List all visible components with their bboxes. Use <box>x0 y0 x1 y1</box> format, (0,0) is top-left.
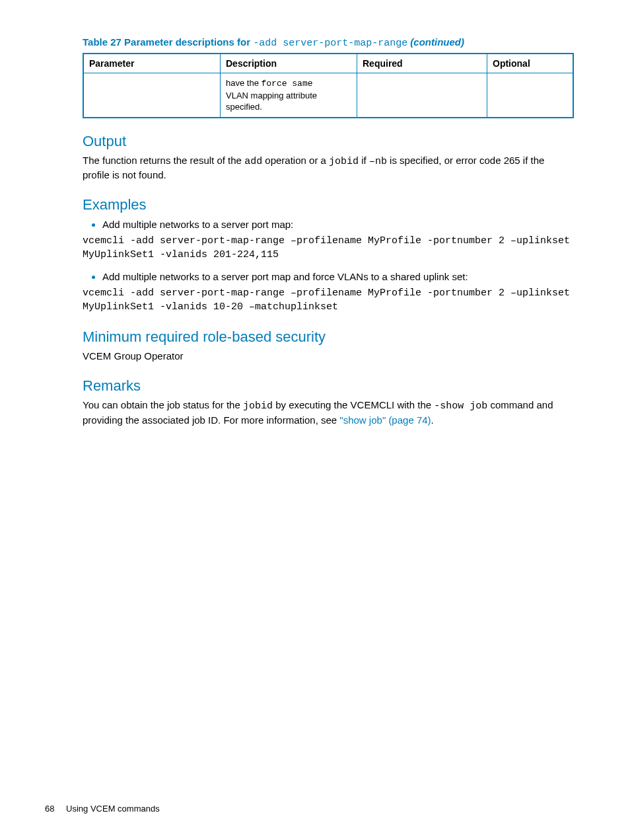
caption-prefix: Table 27 Parameter descriptions for <box>83 36 253 48</box>
example2-code: vcemcli -add server-port-map-range –prof… <box>83 286 574 314</box>
out-pre: The function returns the result of the <box>83 155 244 166</box>
remarks-paragraph: You can obtain the job status for the jo… <box>83 399 574 427</box>
page-footer: 68 Using VCEM commands <box>45 804 160 814</box>
rem-post: . <box>431 414 434 426</box>
cell-optional <box>487 73 574 118</box>
th-required: Required <box>357 54 487 73</box>
cell-parameter <box>83 73 221 118</box>
desc-post1: VLAN mapping attribute <box>226 91 317 100</box>
caption-mono: -add server-port-map-range <box>253 38 407 49</box>
desc-pre: have the <box>226 78 262 88</box>
page-number: 68 <box>45 804 54 814</box>
heading-examples: Examples <box>83 196 574 213</box>
table-row: have the force same VLAN mapping attribu… <box>83 73 573 118</box>
list-item: Add multiple networks to a server port m… <box>102 271 574 314</box>
example2-text: Add multiple networks to a server port m… <box>102 271 468 282</box>
show-job-link[interactable]: "show job" (page 74) <box>339 414 431 426</box>
th-optional: Optional <box>487 54 574 73</box>
rem-mid1: by executing the VCEMCLI with the <box>273 399 434 410</box>
table-caption: Table 27 Parameter descriptions for -add… <box>83 36 574 49</box>
minrole-text: VCEM Group Operator <box>83 350 574 363</box>
desc-mono: force same <box>262 79 313 89</box>
example1-text: Add multiple networks to a server port m… <box>102 219 293 230</box>
table-header-row: Parameter Description Required Optional <box>83 54 573 73</box>
desc-post2: specified. <box>226 102 262 112</box>
out-m2: jobid <box>329 156 359 167</box>
list-item: Add multiple networks to a server port m… <box>102 219 574 262</box>
out-mid1: operation or a <box>262 155 329 166</box>
cell-required <box>357 73 487 118</box>
caption-suffix: (continued) <box>407 36 464 48</box>
output-paragraph: The function returns the result of the a… <box>83 154 574 182</box>
out-m1: add <box>244 156 262 167</box>
th-description: Description <box>221 54 357 73</box>
th-parameter: Parameter <box>83 54 221 73</box>
heading-minrole: Minimum required role-based security <box>83 328 574 346</box>
heading-output: Output <box>83 133 574 150</box>
example1-code: vcemcli -add server-port-map-range –prof… <box>83 234 574 262</box>
out-mid2: if <box>359 155 369 166</box>
parameter-table: Parameter Description Required Optional … <box>83 53 574 118</box>
cell-description: have the force same VLAN mapping attribu… <box>221 73 357 118</box>
heading-remarks: Remarks <box>83 377 574 395</box>
footer-title: Using VCEM commands <box>66 804 160 814</box>
examples-list: Add multiple networks to a server port m… <box>83 219 574 314</box>
rem-pre: You can obtain the job status for the <box>83 399 243 410</box>
rem-m2: -show job <box>434 401 487 412</box>
rem-m1: jobid <box>243 401 273 412</box>
out-m3: –nb <box>369 156 387 167</box>
